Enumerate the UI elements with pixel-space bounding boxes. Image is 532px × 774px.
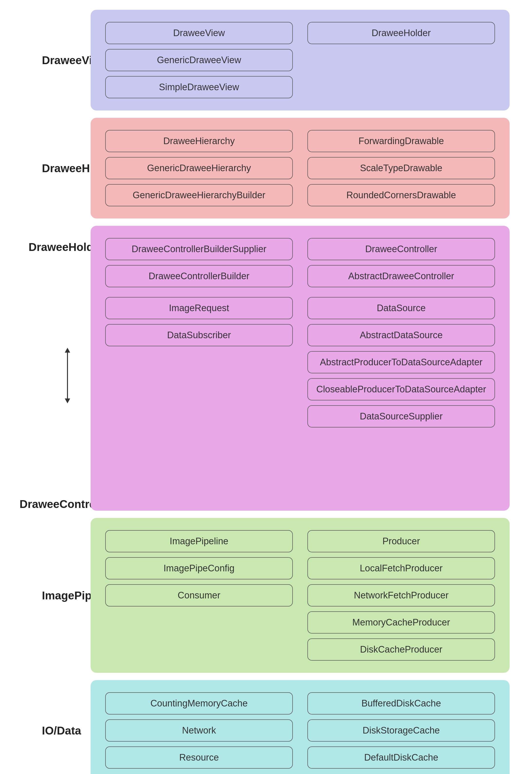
col-controller-right-top: DraweeController AbstractDraweeControlle… bbox=[307, 238, 495, 287]
arrow-indicator bbox=[65, 351, 68, 400]
item-genericdraweehierarchy: GenericDraweeHierarchy bbox=[105, 157, 293, 179]
controller-top-subsection: DraweeControllerBuilderSupplier DraweeCo… bbox=[105, 238, 495, 287]
item-simpledraweeview: SimpleDraweeView bbox=[105, 76, 293, 98]
item-draweehierarchy: DraweeHierarchy bbox=[105, 130, 293, 152]
item-datasubscriber: DataSubscriber bbox=[105, 324, 293, 346]
item-network: Network bbox=[105, 719, 293, 742]
item-imagepipeline: ImagePipeline bbox=[105, 530, 293, 552]
item-abstractdatasource: AbstractDataSource bbox=[307, 324, 495, 346]
item-resource: Resource bbox=[105, 746, 293, 769]
section-draweehierarchy-label: DraweeHierarchy bbox=[22, 118, 91, 219]
item-draweeview: DraweeView bbox=[105, 22, 293, 44]
section-controller-labels: DraweeHolder DraweeController bbox=[22, 226, 91, 511]
col-draweeview-1: DraweeView GenericDraweeView SimpleDrawe… bbox=[105, 22, 293, 98]
item-producer: Producer bbox=[307, 530, 495, 552]
section-draweecontroller-content: DraweeControllerBuilderSupplier DraweeCo… bbox=[91, 226, 510, 511]
section-draweecontroller-row: DraweeHolder DraweeController DraweeCont… bbox=[22, 226, 510, 511]
col-pipeline-2: Producer LocalFetchProducer NetworkFetch… bbox=[307, 530, 495, 661]
col-draweeview-2: DraweeHolder bbox=[307, 22, 495, 98]
item-networkfetchproducer: NetworkFetchProducer bbox=[307, 584, 495, 607]
section-imagepipeline-row: ImagePipeline ImagePipeline ImagePipeCon… bbox=[22, 518, 510, 673]
section-draweeview-label: DraweeView bbox=[22, 10, 91, 110]
section-imagepipeline-content: ImagePipeline ImagePipeConfig Consumer P… bbox=[91, 518, 510, 673]
item-localfetchproducer: LocalFetchProducer bbox=[307, 557, 495, 579]
item-draweecontrollerbuilder: DraweeControllerBuilder bbox=[105, 265, 293, 287]
item-diskcacheproducer: DiskCacheProducer bbox=[307, 639, 495, 661]
item-consumer: Consumer bbox=[105, 584, 293, 607]
col-hierarchy-2: ForwardingDrawable ScaleTypeDrawable Rou… bbox=[307, 130, 495, 206]
section-draweeview-content: DraweeView GenericDraweeView SimpleDrawe… bbox=[91, 10, 510, 110]
item-memorycacheproducer: MemoryCacheProducer bbox=[307, 611, 495, 634]
item-abstractproducertodatasourceadapter: AbstractProducerToDataSourceAdapter bbox=[307, 351, 495, 373]
col-pipeline-1: ImagePipeline ImagePipeConfig Consumer bbox=[105, 530, 293, 661]
section-draweehierarchy-row: DraweeHierarchy DraweeHierarchy GenericD… bbox=[22, 118, 510, 219]
item-genericdraweeview: GenericDraweeView bbox=[105, 49, 293, 71]
item-countingmemorycache: CountingMemoryCache bbox=[105, 692, 293, 715]
section-iodata-label: IO/Data bbox=[22, 680, 91, 774]
item-genericdraweehierarchybuilder: GenericDraweeHierarchyBuilder bbox=[105, 184, 293, 206]
section-draweeview-row: DraweeView DraweeView GenericDraweeView … bbox=[22, 10, 510, 110]
col-controller-right-bottom: DataSource AbstractDataSource AbstractPr… bbox=[307, 297, 495, 427]
controller-bottom-subsection: ImageRequest DataSubscriber DataSource A… bbox=[105, 297, 495, 427]
item-draweecontroller: DraweeController bbox=[307, 238, 495, 260]
item-datasource: DataSource bbox=[307, 297, 495, 319]
item-closeableproducertodatasourceadapter: CloseableProducerToDataSourceAdapter bbox=[307, 378, 495, 400]
col-iodata-2: BufferedDiskCache DiskStorageCache Defau… bbox=[307, 692, 495, 769]
section-iodata-content: CountingMemoryCache Network Resource Buf… bbox=[91, 680, 510, 774]
col-hierarchy-1: DraweeHierarchy GenericDraweeHierarchy G… bbox=[105, 130, 293, 206]
item-roundedcornersdrawable: RoundedCornersDrawable bbox=[307, 184, 495, 206]
item-defaultdiskcache: DefaultDiskCache bbox=[307, 746, 495, 769]
section-draweehierarchy-content: DraweeHierarchy GenericDraweeHierarchy G… bbox=[91, 118, 510, 219]
item-abstractdraweecontroller: AbstractDraweeController bbox=[307, 265, 495, 287]
col-iodata-1: CountingMemoryCache Network Resource bbox=[105, 692, 293, 769]
item-scaletypedrawable: ScaleTypeDrawable bbox=[307, 157, 495, 179]
item-imagerequest: ImageRequest bbox=[105, 297, 293, 319]
section-imagepipeline-label: ImagePipeline bbox=[22, 518, 91, 673]
section-iodata-row: IO/Data CountingMemoryCache Network Reso… bbox=[22, 680, 510, 774]
diagram-container: DraweeView DraweeView GenericDraweeView … bbox=[22, 10, 510, 774]
item-forwardingdrawable: ForwardingDrawable bbox=[307, 130, 495, 152]
item-imagepipeconfig: ImagePipeConfig bbox=[105, 557, 293, 579]
item-buffereddiskcache: BufferedDiskCache bbox=[307, 692, 495, 715]
item-draweeholder: DraweeHolder bbox=[307, 22, 495, 44]
col-controller-left-bottom: ImageRequest DataSubscriber bbox=[105, 297, 293, 427]
item-draweecontrollerbuildersupplier: DraweeControllerBuilderSupplier bbox=[105, 238, 293, 260]
item-datasourcesupplier: DataSourceSupplier bbox=[307, 405, 495, 427]
item-diskstoragecache: DiskStorageCache bbox=[307, 719, 495, 742]
col-controller-left-top: DraweeControllerBuilderSupplier DraweeCo… bbox=[105, 238, 293, 287]
